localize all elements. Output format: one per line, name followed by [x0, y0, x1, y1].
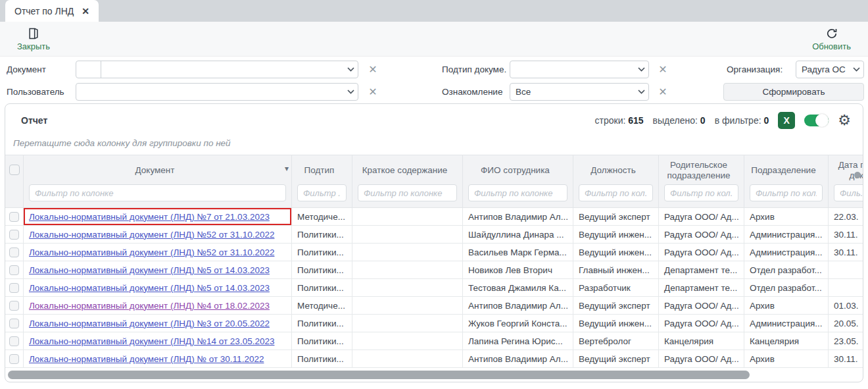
cell-date: 23.05. [829, 332, 863, 350]
document-number-input[interactable] [76, 61, 101, 78]
table-row[interactable]: Локально-нормативный документ (ЛНД) №7 о… [5, 208, 863, 226]
document-link[interactable]: Локально-нормативный документ (ЛНД) №14 … [29, 336, 274, 346]
export-excel-button[interactable]: X [778, 112, 795, 129]
tab-close-icon[interactable]: ✕ [82, 7, 89, 16]
column-header[interactable]: Подтип [292, 155, 352, 208]
refresh-button[interactable]: Обновить [812, 27, 851, 51]
organization-select[interactable]: Радуга ОС [796, 61, 864, 78]
document-link[interactable]: Локально-нормативный документ (ЛНД) №3 о… [29, 319, 270, 328]
table-row[interactable]: Локально-нормативный документ (ЛНД) №52 … [5, 244, 863, 261]
chevron-down-icon[interactable] [634, 90, 648, 94]
filters-toggle[interactable] [804, 115, 829, 126]
row-checkbox[interactable] [9, 230, 19, 240]
column-filter-input[interactable] [664, 184, 738, 201]
chevron-down-icon[interactable] [343, 67, 358, 72]
document-link[interactable]: Локально-нормативный документ (ЛНД) №7 о… [29, 212, 270, 222]
table-row[interactable]: Локально-нормативный документ (ЛНД) №52 … [5, 226, 863, 244]
chevron-down-icon[interactable] [849, 67, 863, 72]
document-filter-clear-icon[interactable]: ✕ [367, 61, 379, 78]
row-checkbox[interactable] [9, 354, 19, 364]
table-row[interactable]: Локально-нормативный документ (ЛНД) №4 о… [5, 297, 863, 315]
generate-button[interactable]: Сформировать [723, 83, 864, 101]
horizontal-scrollbar-thumb[interactable] [8, 371, 750, 379]
row-checkbox[interactable] [9, 212, 19, 222]
user-filter-clear-icon[interactable]: ✕ [367, 83, 379, 101]
refresh-button-label: Обновить [812, 41, 851, 51]
acquaint-filter-select[interactable]: Все [510, 83, 649, 101]
document-filter-label: Документ [7, 61, 72, 78]
close-button[interactable]: Закрыть [17, 27, 50, 51]
cell-position: Ведущий эксперт [573, 350, 659, 367]
cell-parent_unit: Радуга ООО/ Ад... [659, 226, 744, 243]
column-filter-input[interactable] [834, 184, 863, 201]
cell-parent_unit: Департамент те... [659, 261, 744, 278]
column-header[interactable]: Подразделение [744, 155, 829, 208]
column-header[interactable]: Должность [573, 155, 659, 208]
user-filter-label: Пользователь [7, 83, 72, 101]
column-label: ФИО сотрудника [463, 155, 573, 184]
cell-unit: Администрация... [744, 226, 829, 243]
report-counters: строки: 615 выделено: 0 в фильтре: 0 X ⚙ [595, 112, 851, 129]
chevron-down-icon[interactable] [343, 90, 358, 94]
cell-unit: Администрация... [744, 315, 829, 332]
document-link[interactable]: Локально-нормативный документ (ЛНД) №5 о… [29, 265, 270, 275]
column-header[interactable]: Дата получения документа [829, 155, 863, 208]
table-clip: Документ▾ПодтипКраткое содержаниеФИО сот… [5, 155, 863, 368]
column-filter-input[interactable] [29, 184, 286, 201]
subtype-filter-select[interactable] [510, 61, 649, 78]
document-filter-select[interactable] [76, 61, 358, 78]
cell-parent_unit: Радуга ООО/ Ад... [659, 315, 744, 332]
cell-fio: Антипов Владимир Ал... [463, 350, 573, 367]
cell-date: 01.03. [829, 297, 863, 314]
table-row[interactable]: Локально-нормативный документ (ЛНД) №3 о… [5, 315, 863, 332]
tab-report-lnd[interactable]: Отчет по ЛНД ✕ [5, 0, 99, 22]
table-header-row: Документ▾ПодтипКраткое содержаниеФИО сот… [5, 155, 863, 208]
chevron-down-icon[interactable] [634, 67, 648, 72]
user-filter-select[interactable] [76, 83, 358, 101]
document-cell: Локально-нормативный документ (ЛНД) №7 о… [24, 208, 292, 225]
row-checkbox[interactable] [9, 301, 19, 311]
row-checkbox[interactable] [9, 336, 19, 346]
document-link[interactable]: Локально-нормативный документ (ЛНД) №5 о… [29, 283, 270, 293]
cell-position: Ведущий инжен... [573, 244, 659, 261]
row-checkbox-cell [5, 261, 24, 278]
cell-date [829, 279, 863, 296]
vertical-scrollbar-thumb[interactable] [854, 172, 861, 178]
table-row[interactable]: Локально-нормативный документ (ЛНД) № от… [5, 350, 863, 368]
column-filter-input[interactable] [750, 184, 823, 201]
row-checkbox-cell [5, 208, 24, 225]
document-cell: Локально-нормативный документ (ЛНД) №4 о… [24, 297, 292, 314]
cell-subtype: Методиче... [292, 208, 352, 225]
column-header[interactable]: ФИО сотрудника [463, 155, 573, 208]
column-filter-input[interactable] [297, 184, 347, 201]
column-header[interactable]: Краткое содержание [352, 155, 463, 208]
document-link[interactable]: Локально-нормативный документ (ЛНД) № от… [29, 354, 264, 364]
row-checkbox[interactable] [9, 319, 19, 328]
column-filter-input[interactable] [579, 184, 653, 201]
cell-subtype: Политики... [292, 315, 352, 332]
table-row[interactable]: Локально-нормативный документ (ЛНД) №14 … [5, 332, 863, 350]
column-header[interactable]: Документ▾ [24, 155, 292, 208]
horizontal-scrollbar[interactable] [5, 370, 863, 380]
column-filter-input[interactable] [358, 184, 457, 201]
row-checkbox[interactable] [9, 265, 19, 275]
row-checkbox[interactable] [9, 247, 19, 257]
group-by-hint: Перетащите сюда колонку для группировки … [5, 133, 863, 155]
select-all-checkbox[interactable] [9, 165, 20, 175]
document-cell: Локально-нормативный документ (ЛНД) № от… [24, 350, 292, 367]
document-link[interactable]: Локально-нормативный документ (ЛНД) №4 о… [29, 301, 270, 311]
table-row[interactable]: Локально-нормативный документ (ЛНД) №5 о… [5, 261, 863, 279]
acquaint-filter-clear-icon[interactable]: ✕ [657, 83, 669, 101]
column-filter-input[interactable] [468, 184, 567, 201]
document-link[interactable]: Локально-нормативный документ (ЛНД) №52 … [29, 230, 274, 240]
row-checkbox-cell [5, 315, 24, 332]
subtype-filter-clear-icon[interactable]: ✕ [657, 61, 669, 78]
acquaint-filter-value: Все [510, 87, 634, 97]
sort-desc-icon[interactable]: ▾ [285, 165, 289, 174]
cell-date [829, 261, 863, 278]
document-link[interactable]: Локально-нормативный документ (ЛНД) №52 … [29, 247, 274, 257]
row-checkbox[interactable] [9, 283, 19, 293]
table-row[interactable]: Локально-нормативный документ (ЛНД) №5 о… [5, 279, 863, 297]
column-header[interactable]: Родительское подразделение [659, 155, 744, 208]
gear-icon[interactable]: ⚙ [838, 113, 851, 128]
